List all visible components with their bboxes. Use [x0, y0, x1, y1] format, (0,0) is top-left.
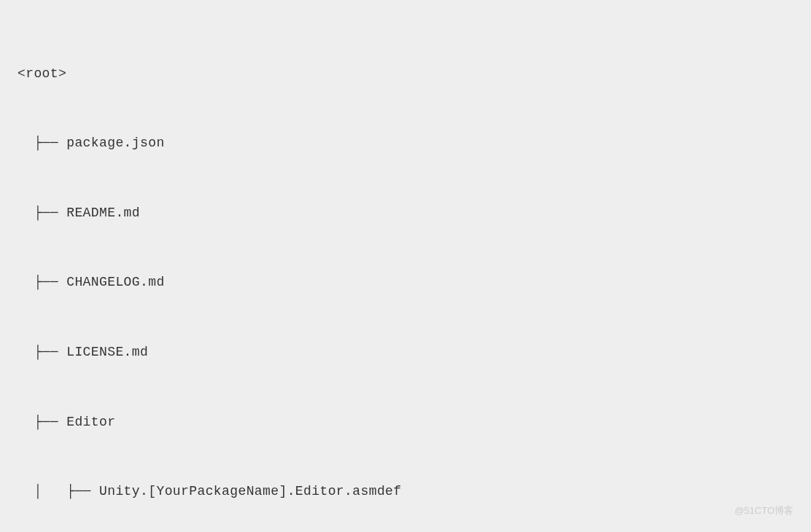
tree-line: ├── Editor — [18, 411, 793, 434]
tree-line: │ ├── Unity.[YourPackageName].Editor.asm… — [18, 480, 793, 504]
file-tree: <root> ├── package.json ├── README.md ├─… — [18, 16, 793, 532]
watermark-text: @51CTO博客 — [734, 502, 793, 519]
tree-line: ├── package.json — [18, 132, 793, 155]
tree-line: ├── CHANGELOG.md — [18, 271, 793, 294]
tree-root: <root> — [18, 63, 793, 86]
tree-line: ├── README.md — [18, 202, 793, 225]
tree-line: ├── LICENSE.md — [18, 341, 793, 364]
